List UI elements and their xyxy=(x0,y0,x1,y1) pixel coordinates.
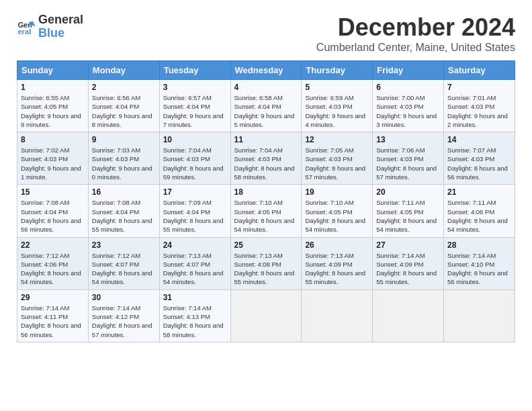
day-number: 30 xyxy=(92,293,156,302)
day-info: Sunrise: 7:02 AM Sunset: 4:03 PM Dayligh… xyxy=(21,146,85,181)
calendar-cell: 2Sunrise: 6:56 AM Sunset: 4:04 PM Daylig… xyxy=(88,80,159,132)
day-info: Sunrise: 6:59 AM Sunset: 4:03 PM Dayligh… xyxy=(305,93,369,129)
calendar-header: SundayMondayTuesdayWednesdayThursdayFrid… xyxy=(17,61,515,80)
day-info: Sunrise: 7:06 AM Sunset: 4:03 PM Dayligh… xyxy=(376,146,440,181)
day-info: Sunrise: 6:58 AM Sunset: 4:04 PM Dayligh… xyxy=(234,93,298,129)
logo-icon: Gen eral xyxy=(17,17,36,36)
day-info: Sunrise: 7:07 AM Sunset: 4:03 PM Dayligh… xyxy=(447,146,511,181)
calendar-cell: 20Sunrise: 7:11 AM Sunset: 4:05 PM Dayli… xyxy=(373,185,444,237)
svg-text:eral: eral xyxy=(17,28,31,36)
day-info: Sunrise: 7:05 AM Sunset: 4:03 PM Dayligh… xyxy=(305,146,369,181)
logo-line2: Blue xyxy=(38,27,83,40)
week-row-2: 8Sunrise: 7:02 AM Sunset: 4:03 PM Daylig… xyxy=(17,132,515,185)
day-info: Sunrise: 7:14 AM Sunset: 4:13 PM Dayligh… xyxy=(163,304,227,339)
day-number: 16 xyxy=(92,187,156,197)
day-info: Sunrise: 7:14 AM Sunset: 4:10 PM Dayligh… xyxy=(447,251,511,287)
calendar-cell: 15Sunrise: 7:08 AM Sunset: 4:04 PM Dayli… xyxy=(17,185,89,237)
day-info: Sunrise: 7:13 AM Sunset: 4:08 PM Dayligh… xyxy=(234,251,298,287)
day-number: 3 xyxy=(163,83,227,92)
calendar-cell xyxy=(302,289,373,342)
header-day-tuesday: Tuesday xyxy=(159,61,230,80)
calendar-cell: 22Sunrise: 7:12 AM Sunset: 4:06 PM Dayli… xyxy=(17,237,89,289)
calendar-cell: 1Sunrise: 6:55 AM Sunset: 4:05 PM Daylig… xyxy=(17,80,89,132)
calendar-cell: 3Sunrise: 6:57 AM Sunset: 4:04 PM Daylig… xyxy=(159,80,230,132)
week-row-4: 22Sunrise: 7:12 AM Sunset: 4:06 PM Dayli… xyxy=(17,237,515,289)
day-info: Sunrise: 7:12 AM Sunset: 4:06 PM Dayligh… xyxy=(21,251,85,287)
calendar-cell: 7Sunrise: 7:01 AM Sunset: 4:03 PM Daylig… xyxy=(444,80,515,132)
logo: Gen eral General Blue xyxy=(17,13,83,40)
calendar-cell: 26Sunrise: 7:13 AM Sunset: 4:09 PM Dayli… xyxy=(302,237,373,289)
day-info: Sunrise: 6:56 AM Sunset: 4:04 PM Dayligh… xyxy=(92,93,156,129)
calendar-cell: 12Sunrise: 7:05 AM Sunset: 4:03 PM Dayli… xyxy=(302,132,373,185)
calendar-cell: 11Sunrise: 7:04 AM Sunset: 4:03 PM Dayli… xyxy=(230,132,302,185)
calendar-cell: 27Sunrise: 7:14 AM Sunset: 4:09 PM Dayli… xyxy=(373,237,444,289)
calendar-cell: 16Sunrise: 7:08 AM Sunset: 4:04 PM Dayli… xyxy=(88,185,159,237)
day-number: 27 xyxy=(376,240,440,250)
calendar-cell: 18Sunrise: 7:10 AM Sunset: 4:05 PM Dayli… xyxy=(230,185,302,237)
day-number: 20 xyxy=(376,187,440,197)
header-day-thursday: Thursday xyxy=(302,61,373,80)
calendar-cell: 17Sunrise: 7:09 AM Sunset: 4:04 PM Dayli… xyxy=(159,185,230,237)
day-info: Sunrise: 7:14 AM Sunset: 4:11 PM Dayligh… xyxy=(21,304,85,339)
header-day-monday: Monday xyxy=(88,61,159,80)
day-number: 2 xyxy=(92,83,156,92)
day-number: 10 xyxy=(163,135,227,144)
week-row-5: 29Sunrise: 7:14 AM Sunset: 4:11 PM Dayli… xyxy=(17,289,515,342)
calendar-cell: 30Sunrise: 7:14 AM Sunset: 4:12 PM Dayli… xyxy=(88,289,159,342)
calendar-cell: 14Sunrise: 7:07 AM Sunset: 4:03 PM Dayli… xyxy=(444,132,515,185)
calendar-cell: 10Sunrise: 7:04 AM Sunset: 4:03 PM Dayli… xyxy=(159,132,230,185)
header-day-wednesday: Wednesday xyxy=(230,61,302,80)
day-number: 24 xyxy=(163,240,227,250)
day-number: 23 xyxy=(92,240,156,250)
calendar-cell xyxy=(444,289,515,342)
main-title: December 2024 xyxy=(316,13,515,42)
day-info: Sunrise: 7:11 AM Sunset: 4:06 PM Dayligh… xyxy=(447,198,511,234)
day-info: Sunrise: 7:13 AM Sunset: 4:07 PM Dayligh… xyxy=(163,251,227,287)
day-number: 25 xyxy=(234,240,298,250)
day-number: 17 xyxy=(163,187,227,197)
day-number: 8 xyxy=(21,135,85,144)
day-info: Sunrise: 7:00 AM Sunset: 4:03 PM Dayligh… xyxy=(376,93,440,129)
day-number: 6 xyxy=(376,83,440,92)
day-info: Sunrise: 7:03 AM Sunset: 4:03 PM Dayligh… xyxy=(92,146,156,181)
day-info: Sunrise: 7:08 AM Sunset: 4:04 PM Dayligh… xyxy=(92,198,156,234)
day-info: Sunrise: 7:08 AM Sunset: 4:04 PM Dayligh… xyxy=(21,198,85,234)
day-number: 19 xyxy=(305,187,369,197)
day-number: 9 xyxy=(92,135,156,144)
title-section: December 2024 Cumberland Center, Maine, … xyxy=(316,13,515,54)
day-info: Sunrise: 7:10 AM Sunset: 4:05 PM Dayligh… xyxy=(234,198,298,234)
day-number: 15 xyxy=(21,187,85,197)
day-number: 18 xyxy=(234,187,298,197)
calendar-cell: 8Sunrise: 7:02 AM Sunset: 4:03 PM Daylig… xyxy=(17,132,89,185)
week-row-3: 15Sunrise: 7:08 AM Sunset: 4:04 PM Dayli… xyxy=(17,185,515,237)
day-number: 22 xyxy=(21,240,85,250)
day-info: Sunrise: 7:11 AM Sunset: 4:05 PM Dayligh… xyxy=(376,198,440,234)
day-info: Sunrise: 7:10 AM Sunset: 4:05 PM Dayligh… xyxy=(305,198,369,234)
calendar-cell: 4Sunrise: 6:58 AM Sunset: 4:04 PM Daylig… xyxy=(230,80,302,132)
day-number: 26 xyxy=(305,240,369,250)
calendar-cell: 19Sunrise: 7:10 AM Sunset: 4:05 PM Dayli… xyxy=(302,185,373,237)
day-info: Sunrise: 7:04 AM Sunset: 4:03 PM Dayligh… xyxy=(163,146,227,181)
logo-line1: General xyxy=(38,13,83,27)
header-day-saturday: Saturday xyxy=(444,61,515,80)
day-info: Sunrise: 7:13 AM Sunset: 4:09 PM Dayligh… xyxy=(305,251,369,287)
calendar-cell xyxy=(373,289,444,342)
calendar-cell: 5Sunrise: 6:59 AM Sunset: 4:03 PM Daylig… xyxy=(302,80,373,132)
calendar-cell: 29Sunrise: 7:14 AM Sunset: 4:11 PM Dayli… xyxy=(17,289,89,342)
subtitle: Cumberland Center, Maine, United States xyxy=(316,42,515,54)
day-number: 31 xyxy=(163,293,227,302)
calendar-cell: 23Sunrise: 7:12 AM Sunset: 4:07 PM Dayli… xyxy=(88,237,159,289)
calendar-cell: 31Sunrise: 7:14 AM Sunset: 4:13 PM Dayli… xyxy=(159,289,230,342)
page-header: Gen eral General Blue December 2024 Cumb… xyxy=(17,13,515,54)
day-number: 11 xyxy=(234,135,298,144)
day-number: 1 xyxy=(21,83,85,92)
day-number: 5 xyxy=(305,83,369,92)
calendar-cell: 28Sunrise: 7:14 AM Sunset: 4:10 PM Dayli… xyxy=(444,237,515,289)
day-info: Sunrise: 6:55 AM Sunset: 4:05 PM Dayligh… xyxy=(21,93,85,129)
day-info: Sunrise: 7:04 AM Sunset: 4:03 PM Dayligh… xyxy=(234,146,298,181)
calendar: SundayMondayTuesdayWednesdayThursdayFrid… xyxy=(17,60,515,342)
day-number: 7 xyxy=(447,83,511,92)
day-number: 14 xyxy=(447,135,511,144)
calendar-cell: 13Sunrise: 7:06 AM Sunset: 4:03 PM Dayli… xyxy=(373,132,444,185)
calendar-cell: 9Sunrise: 7:03 AM Sunset: 4:03 PM Daylig… xyxy=(88,132,159,185)
